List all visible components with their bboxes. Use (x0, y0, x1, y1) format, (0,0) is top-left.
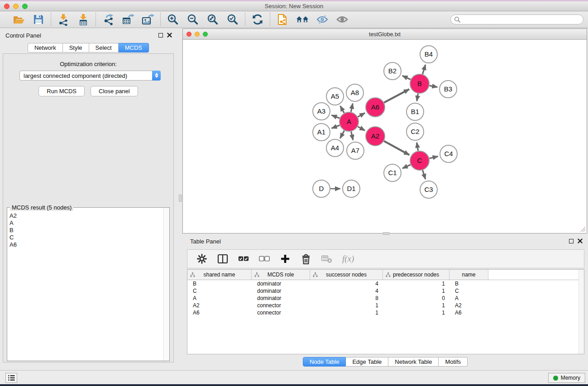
graph-node-D1[interactable]: D1 (343, 180, 360, 197)
export-network-icon[interactable] (102, 13, 115, 26)
column-header-predecessor-nodes[interactable]: predecessor nodes (383, 270, 449, 280)
table-row[interactable]: Cdominator41C (187, 287, 584, 295)
graph-node-A[interactable]: A (339, 112, 359, 131)
float-panel-icon[interactable] (158, 33, 163, 38)
graph-edge-A-A2[interactable] (358, 127, 365, 131)
network-graph[interactable]: AA1A2A3A4A5A6A7A8BB1B2B3B4CC1C2C3C4DD1 (183, 40, 587, 233)
graph-node-A8[interactable]: A8 (346, 84, 363, 101)
table-row[interactable]: Bdominator41B (187, 280, 584, 287)
list-item[interactable]: C (10, 234, 163, 241)
graph-node-A6[interactable]: A6 (366, 98, 385, 117)
open-session-icon[interactable] (12, 13, 25, 26)
graph-edge-C-C2[interactable] (417, 143, 418, 151)
settings-gear-icon[interactable] (196, 253, 207, 264)
tab-motifs[interactable]: Motifs (439, 357, 468, 367)
eye-icon[interactable] (336, 13, 349, 26)
table-header-row[interactable]: shared nameMCDS rolesuccessor nodesprede… (187, 270, 584, 280)
graph-edge-B-B2[interactable] (402, 76, 411, 80)
table-row[interactable]: A2connector11A2 (187, 302, 584, 309)
run-mcds-button[interactable]: Run MCDS (38, 86, 85, 96)
close-panel-button[interactable]: Close panel (91, 86, 138, 96)
graph-edge-A-A3[interactable] (331, 115, 339, 118)
graph-edge-B-B3[interactable] (430, 86, 438, 87)
graph-node-B[interactable]: B (410, 74, 429, 93)
graph-node-C[interactable]: C (410, 151, 429, 170)
graph-node-B1[interactable]: B1 (406, 103, 424, 120)
import-network-icon[interactable] (57, 13, 70, 26)
graph-node-C1[interactable]: C1 (384, 164, 401, 181)
panel-splitter-handle[interactable] (179, 195, 182, 202)
graph-edge-A-A1[interactable] (331, 125, 339, 129)
column-header-name[interactable]: name (449, 270, 488, 280)
window-resize-grip[interactable] (580, 226, 586, 232)
columns-icon[interactable] (217, 253, 228, 264)
column-header-MCDS-role[interactable]: MCDS role (252, 270, 310, 280)
table-body[interactable]: Bdominator41BCdominator41CAdominator80AA… (187, 280, 584, 316)
graph-edge-A-A5[interactable] (340, 106, 344, 113)
graph-edge-B-B1[interactable] (417, 94, 418, 101)
tab-node-table[interactable]: Node Table (303, 357, 346, 367)
network-window-titlebar[interactable]: testGlobe.txt (183, 29, 587, 40)
list-item[interactable]: A2 (10, 212, 163, 219)
graph-node-C3[interactable]: C3 (420, 181, 437, 198)
unselect-all-icon[interactable] (259, 253, 270, 264)
graph-edge-A-A8[interactable] (351, 104, 353, 112)
graph-node-A5[interactable]: A5 (326, 88, 344, 105)
graph-node-B4[interactable]: B4 (420, 46, 437, 63)
zoom-out-icon[interactable] (186, 13, 199, 26)
double-home-icon[interactable] (296, 13, 309, 26)
graph-edge-C-C1[interactable] (402, 165, 411, 168)
graph-node-A2[interactable]: A2 (366, 127, 385, 146)
refresh-layout-icon[interactable] (251, 13, 264, 26)
close-panel-icon[interactable] (167, 33, 172, 38)
graph-node-B2[interactable]: B2 (384, 62, 401, 80)
save-session-icon[interactable] (32, 13, 45, 26)
graph-node-A4[interactable]: A4 (326, 139, 344, 157)
graph-edge-C-C3[interactable] (423, 170, 425, 179)
delete-table-icon[interactable] (321, 253, 332, 264)
tab-style[interactable]: Style (63, 43, 89, 52)
list-item[interactable]: A6 (10, 241, 163, 248)
eye-slash-icon[interactable] (316, 13, 329, 26)
select-all-icon[interactable] (238, 253, 249, 264)
export-image-icon[interactable] (142, 13, 154, 26)
graph-edge-A2-C[interactable] (384, 141, 409, 155)
graph-node-C2[interactable]: C2 (406, 123, 424, 140)
search-input[interactable] (450, 14, 583, 24)
mcds-result-scrollbar[interactable] (163, 208, 169, 361)
mcds-result-list[interactable]: A2ABCA6 (7, 209, 163, 361)
graph-node-D[interactable]: D (313, 180, 330, 197)
export-table-icon[interactable] (122, 13, 134, 26)
table-row[interactable]: A6connector11A6 (187, 309, 584, 316)
tab-mcds[interactable]: MCDS (119, 43, 149, 52)
task-history-button[interactable] (5, 373, 17, 383)
close-table-panel-icon[interactable] (578, 238, 583, 243)
network-canvas[interactable]: AA1A2A3A4A5A6A7A8BB1B2B3B4CC1C2C3C4DD1 (183, 40, 587, 233)
tab-select[interactable]: Select (89, 43, 119, 52)
function-builder-icon[interactable]: f(x) (342, 254, 354, 264)
graph-node-A1[interactable]: A1 (313, 124, 330, 141)
graph-node-C4[interactable]: C4 (440, 145, 457, 162)
add-column-icon[interactable] (280, 253, 291, 264)
optimization-criterion-select[interactable]: largest connected component (directed) (19, 71, 161, 81)
table-scrollbar[interactable] (578, 270, 584, 354)
column-header-shared-name[interactable]: shared name (187, 270, 252, 280)
zoom-selected-icon[interactable] (226, 13, 239, 26)
graph-edge-A-A4[interactable] (340, 130, 344, 138)
document-network-icon[interactable] (276, 13, 289, 26)
graph-node-B3[interactable]: B3 (440, 81, 457, 98)
graph-edge-C-C4[interactable] (429, 156, 438, 158)
delete-column-icon[interactable] (301, 253, 311, 264)
zoom-in-icon[interactable] (167, 13, 179, 26)
graph-edge-A6-B[interactable] (384, 89, 409, 103)
list-item[interactable]: B (10, 227, 163, 234)
float-table-panel-icon[interactable] (569, 239, 574, 243)
graph-edge-A-A6[interactable] (358, 113, 365, 117)
column-header-successor-nodes[interactable]: successor nodes (310, 270, 383, 280)
graph-node-A3[interactable]: A3 (313, 103, 330, 120)
tab-network-table[interactable]: Network Table (388, 357, 439, 367)
graph-edge-B-B4[interactable] (422, 65, 425, 74)
memory-button[interactable]: Memory (548, 373, 585, 383)
node-table[interactable]: shared nameMCDS rolesuccessor nodesprede… (187, 269, 584, 354)
horizontal-splitter-handle[interactable] (382, 232, 390, 235)
